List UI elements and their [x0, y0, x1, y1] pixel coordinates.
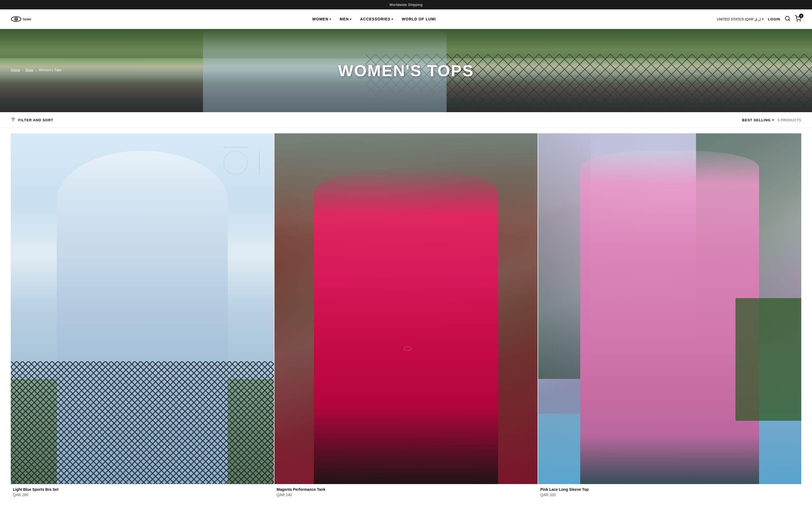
search-button[interactable] — [785, 16, 791, 22]
breadcrumb-separator: › — [22, 69, 23, 72]
hero-section: Home › Shop › Women's Tops WOMEN'S TOPS — [0, 29, 812, 112]
nav-men[interactable]: MEN ▾ — [340, 17, 351, 21]
search-icon — [785, 16, 791, 21]
product-img-bg — [274, 133, 538, 484]
logo[interactable]: lumi — [11, 14, 31, 25]
announcement-text: Worldwide Shipping — [389, 3, 423, 7]
region-selector[interactable]: UNITED STATES (QAR ر.ق) ▾ — [717, 17, 764, 21]
logo-text: lumi — [23, 17, 31, 21]
sort-selector[interactable]: BEST SELLING ▾ — [742, 118, 774, 122]
breadcrumb: Home › Shop › Women's Tops — [11, 68, 61, 72]
product-info: Pink Lace Long Sleeve Top QAR 320 — [538, 484, 801, 502]
cart-button[interactable]: 0 — [795, 15, 801, 23]
nav-women[interactable]: WOMEN ▾ — [312, 17, 331, 21]
logo-icon — [11, 14, 21, 25]
ferris-wheel — [223, 151, 248, 175]
product-name: Light Blue Sports Bra Set — [13, 487, 272, 492]
breadcrumb-separator: › — [36, 69, 37, 72]
site-header: lumi WOMEN ▾ MEN ▾ ACCESSORIES ▾ WORLD O… — [0, 10, 812, 29]
region-label: UNITED STATES (QAR ر.ق) — [717, 17, 761, 21]
person-pink — [580, 151, 759, 484]
breadcrumb-home[interactable]: Home — [11, 68, 20, 72]
main-navigation: WOMEN ▾ MEN ▾ ACCESSORIES ▾ WORLD OF LUM… — [31, 17, 717, 21]
product-img-bg — [538, 133, 801, 484]
product-img-bg — [11, 133, 274, 484]
product-card[interactable]: Light Blue Sports Bra Set QAR 280 — [11, 133, 274, 502]
header-actions: UNITED STATES (QAR ر.ق) ▾ LOGIN 0 — [717, 15, 801, 23]
product-grid: Light Blue Sports Bra Set QAR 280 Magent… — [0, 128, 812, 508]
products-count: 5 PRODUCTS — [777, 118, 801, 122]
product-image-1 — [11, 133, 274, 484]
chevron-down-icon: ▾ — [350, 18, 351, 21]
cart-count: 0 — [799, 14, 803, 18]
product-image-2 — [274, 133, 538, 484]
logo-on-shirt — [404, 347, 412, 351]
product-price: QAR 240 — [277, 493, 535, 497]
filter-label: FILTER AND SORT — [18, 118, 54, 122]
person-magenta — [314, 168, 498, 484]
hedge — [736, 298, 801, 421]
announcement-bar: Worldwide Shipping — [0, 0, 812, 10]
filter-icon — [11, 117, 16, 123]
product-name: Pink Lace Long Sleeve Top — [540, 487, 799, 492]
product-price: QAR 280 — [13, 493, 272, 497]
product-info: Light Blue Sports Bra Set QAR 280 — [11, 484, 274, 502]
filter-bar: FILTER AND SORT BEST SELLING ▾ 5 PRODUCT… — [0, 112, 812, 128]
ferris-wheel-spoke — [223, 147, 248, 148]
hero-title: WOMEN'S TOPS — [338, 61, 474, 80]
login-button[interactable]: LOGIN — [768, 17, 780, 21]
product-card[interactable]: Magenta Performance Tank QAR 240 — [274, 133, 538, 502]
svg-point-6 — [800, 21, 800, 21]
product-image-3 — [538, 133, 801, 484]
svg-point-5 — [797, 21, 798, 21]
nav-world-of-lumi[interactable]: WORLD OF LUMI — [402, 17, 436, 21]
svg-point-2 — [16, 18, 17, 20]
breadcrumb-shop[interactable]: Shop — [25, 68, 33, 72]
hero-background: WOMEN'S TOPS — [0, 29, 812, 112]
breadcrumb-current: Women's Tops — [39, 68, 61, 72]
sort-label: BEST SELLING — [742, 118, 771, 122]
chevron-down-icon: ▾ — [392, 18, 393, 21]
chevron-down-icon: ▾ — [330, 18, 331, 21]
product-info: Magenta Performance Tank QAR 240 — [274, 484, 538, 502]
product-name: Magenta Performance Tank — [277, 487, 535, 492]
product-price: QAR 320 — [540, 493, 799, 497]
fence-overlay — [11, 361, 274, 484]
ferris-wheel-spoke — [259, 151, 260, 175]
chevron-down-icon: ▾ — [762, 17, 764, 21]
nav-accessories[interactable]: ACCESSORIES ▾ — [360, 17, 393, 21]
product-card[interactable]: Pink Lace Long Sleeve Top QAR 320 — [538, 133, 801, 502]
filter-right: BEST SELLING ▾ 5 PRODUCTS — [742, 118, 801, 122]
svg-line-4 — [789, 19, 790, 21]
chevron-down-icon: ▾ — [772, 118, 774, 122]
filter-sort-button[interactable]: FILTER AND SORT — [11, 117, 54, 123]
